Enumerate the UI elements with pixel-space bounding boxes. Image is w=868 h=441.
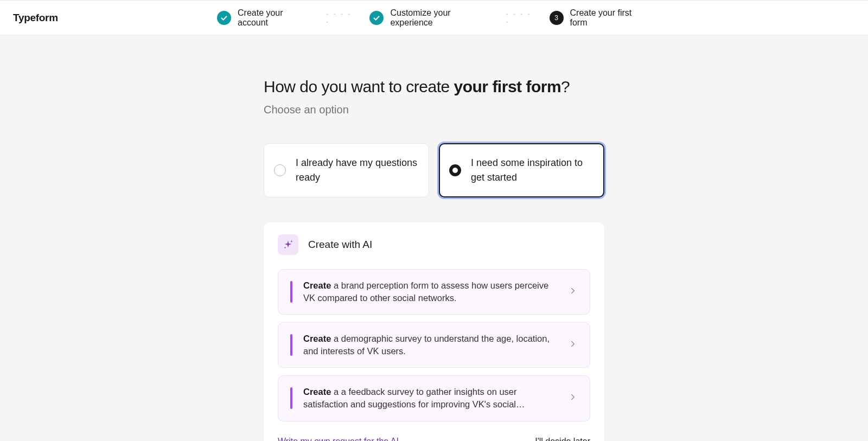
option-need-inspiration[interactable]: I need some inspiration to get started [439,143,604,197]
logo: Typeform [13,12,58,24]
suggestion-body: a demographic survey to understand the a… [303,334,550,356]
ai-suggestion-2[interactable]: Create a demographic survey to understan… [278,322,590,368]
title-prefix: How do you want to create [264,78,454,95]
step-label: Create your account [238,8,315,28]
suggestion-text: Create a a feedback survey to gather ins… [303,386,557,411]
title-suffix: ? [561,78,570,95]
step-divider: - - - - - [326,10,359,25]
accent-bar [290,334,292,356]
step-number-icon: 3 [550,11,564,25]
page-subtitle: Choose an option [264,104,604,116]
radio-icon [449,164,461,176]
suggestion-prefix: Create [303,280,331,290]
radio-icon [274,164,286,176]
check-icon [217,11,231,25]
check-icon [369,11,384,25]
chevron-right-icon [568,339,578,351]
write-own-request-link[interactable]: Write my own request for the AI [278,437,399,441]
step-divider: - - - - - [506,10,538,25]
ai-suggestion-3[interactable]: Create a a feedback survey to gather ins… [278,375,590,421]
chevron-right-icon [568,286,578,298]
suggestion-prefix: Create [303,387,331,397]
suggestion-body: a brand perception form to assess how us… [303,280,548,303]
step-1: Create your account [217,8,315,28]
progress-stepper: Create your account - - - - - Customize … [217,8,651,28]
option-questions-ready[interactable]: I already have my questions ready [264,143,429,197]
suggestion-text: Create a brand perception form to assess… [303,279,557,304]
ai-header: Create with AI [278,234,590,255]
option-group: I already have my questions ready I need… [264,143,604,197]
accent-bar [290,281,292,303]
suggestion-text: Create a demographic survey to understan… [303,333,557,357]
page-title: How do you want to create your first for… [264,78,604,96]
suggestion-prefix: Create [303,334,331,343]
ai-footer: Write my own request for the AI I'll dec… [278,437,590,441]
ai-suggestion-1[interactable]: Create a brand perception form to assess… [278,269,590,315]
step-label: Create your first form [570,8,652,28]
decide-later-link[interactable]: I'll decide later [535,437,590,441]
step-2: Customize your experience [369,8,495,28]
option-label: I need some inspiration to get started [471,156,593,185]
accent-bar [290,387,292,409]
chevron-right-icon [568,392,578,404]
sparkle-icon [278,234,298,255]
step-3: 3 Create your first form [550,8,652,28]
option-label: I already have my questions ready [296,156,418,185]
ai-title: Create with AI [308,239,372,251]
ai-panel: Create with AI Create a brand perception… [264,222,604,441]
step-label: Customize your experience [390,8,495,28]
main-content: How do you want to create your first for… [0,35,868,441]
content-container: How do you want to create your first for… [264,78,604,441]
title-strong: your first form [454,78,561,95]
suggestion-body: a a feedback survey to gather insights o… [303,387,525,409]
header: Typeform Create your account - - - - - C… [0,0,868,35]
